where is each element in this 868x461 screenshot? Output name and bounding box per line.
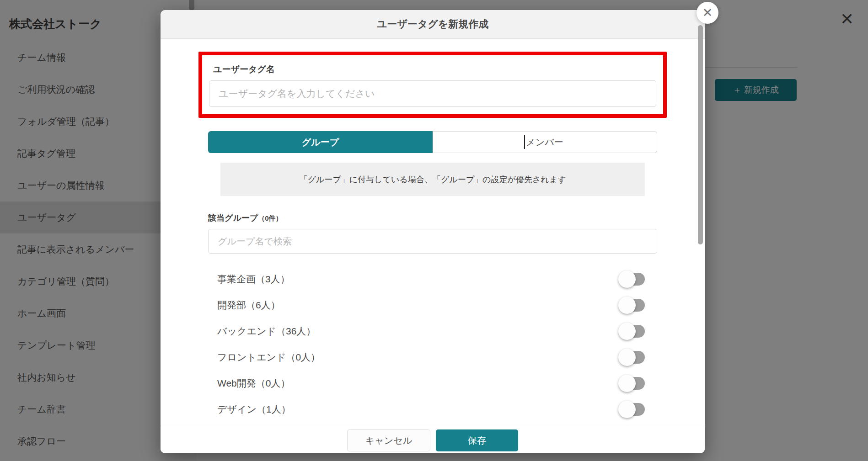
modal-title: ユーザータグを新規作成 <box>377 17 489 31</box>
toggle-knob <box>618 349 636 366</box>
group-row: 開発部（6人） <box>208 292 657 318</box>
cancel-button[interactable]: キャンセル <box>347 429 430 451</box>
group-row: 事業企画（3人） <box>208 266 657 292</box>
toggle-knob <box>618 270 636 288</box>
screen: 株式会社ストーク チーム情報ご利用状況の確認フォルダ管理（記事）記事タグ管理ユー… <box>0 0 868 461</box>
matching-groups-count: （0件） <box>258 214 282 222</box>
modal-scrollbar-thumb[interactable] <box>698 25 703 244</box>
modal-close-button[interactable]: ✕ <box>697 2 718 24</box>
tab-member[interactable]: メンバー <box>433 131 657 153</box>
save-button[interactable]: 保存 <box>436 429 518 451</box>
group-name: 事業企画（3人） <box>217 273 290 286</box>
toggle-knob <box>618 323 636 340</box>
group-row: フロントエンド（0人） <box>208 344 657 370</box>
modal-body: ユーザータグ名 グループ メンバー 「グループ」に付与している場合、「グループ」… <box>161 39 705 453</box>
group-name: 開発部（6人） <box>217 299 280 312</box>
group-name: Web開発（0人） <box>217 377 290 390</box>
group-toggle[interactable] <box>620 325 645 338</box>
group-toggle[interactable] <box>620 403 645 416</box>
matching-groups-label: 該当グループ（0件） <box>208 212 657 223</box>
create-user-tag-modal: ユーザータグを新規作成 ユーザータグ名 グループ メンバー 「グループ」に付与し… <box>161 10 705 453</box>
group-toggle[interactable] <box>620 351 645 364</box>
group-name: デザイン（1人） <box>217 403 291 416</box>
group-priority-notice: 「グループ」に付与している場合、「グループ」の設定が優先されます <box>220 163 645 196</box>
toggle-knob <box>618 375 636 392</box>
group-name: バックエンド（36人） <box>217 325 316 338</box>
group-toggle[interactable] <box>620 299 645 312</box>
modal-header: ユーザータグを新規作成 <box>161 10 705 39</box>
toggle-knob <box>618 297 636 314</box>
tag-name-label: ユーザータグ名 <box>213 64 656 75</box>
tab-group[interactable]: グループ <box>208 131 433 153</box>
tag-name-input[interactable] <box>209 80 656 107</box>
highlighted-tag-name-section: ユーザータグ名 <box>198 52 667 118</box>
group-name: フロントエンド（0人） <box>217 351 320 364</box>
group-row: デザイン（1人） <box>208 396 657 422</box>
group-search-input[interactable] <box>208 229 657 254</box>
group-list: 事業企画（3人）開発部（6人）バックエンド（36人）フロントエンド（0人）Web… <box>208 266 657 448</box>
target-type-tabs: グループ メンバー <box>208 131 657 153</box>
matching-groups-text: 該当グループ <box>208 213 258 223</box>
group-row: バックエンド（36人） <box>208 318 657 344</box>
group-toggle[interactable] <box>620 273 645 286</box>
toggle-knob <box>618 401 636 418</box>
group-row: Web開発（0人） <box>208 370 657 396</box>
modal-footer: キャンセル 保存 <box>161 426 705 453</box>
group-toggle[interactable] <box>620 377 645 390</box>
text-cursor <box>524 135 525 149</box>
